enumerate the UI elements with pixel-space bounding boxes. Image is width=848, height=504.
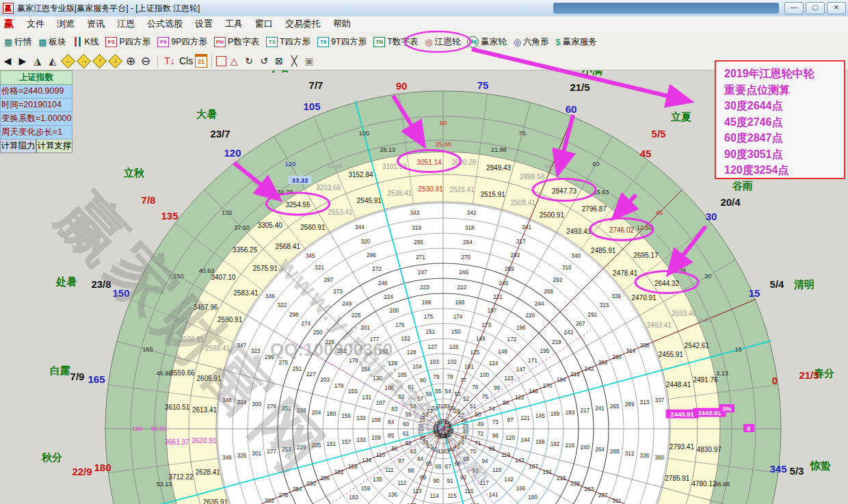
wheel-inner-price-label: 2455.91 bbox=[659, 351, 684, 358]
9p-square-button[interactable]: P99P四方形 bbox=[157, 36, 207, 48]
price-row: 价格=2440.9099 bbox=[0, 85, 72, 98]
sectors-button[interactable]: ▩板块 bbox=[38, 36, 66, 48]
wheel-spiral-number: 121 bbox=[520, 415, 530, 421]
wheel-spiral-number: 146 bbox=[529, 388, 538, 395]
menu-1[interactable]: 浏览 bbox=[51, 18, 81, 29]
wheel-spiral-number: 96 bbox=[492, 433, 499, 439]
wheel-spiral-number: 104 bbox=[412, 364, 422, 370]
kline-button[interactable]: K线 bbox=[73, 36, 99, 48]
wheel-spiral-number: 129 bbox=[388, 360, 398, 367]
cls-button[interactable]: Cls bbox=[179, 55, 193, 66]
wheel-outer-price-label: 3356.25 bbox=[233, 246, 258, 254]
date-label: 21/5 bbox=[570, 81, 589, 93]
wheel-spiral-number: 345 bbox=[306, 253, 315, 259]
wheel-spiral-number: 58 bbox=[410, 403, 417, 410]
wheel-spiral-number: 60 bbox=[403, 421, 410, 427]
quotes-button[interactable]: ▦行情 bbox=[4, 36, 31, 48]
outer-angle-label: 135 bbox=[161, 210, 178, 222]
nav-right-icon[interactable]: ▶ bbox=[17, 55, 28, 66]
wheel-outer-price-label: 3254.55 bbox=[286, 201, 311, 209]
menu-8[interactable]: 交易委托 bbox=[279, 18, 327, 29]
menu-3[interactable]: 江恩 bbox=[111, 18, 141, 29]
calc-resistance-button[interactable]: 计算阻力 bbox=[0, 140, 36, 153]
square-tool-icon[interactable] bbox=[216, 56, 226, 66]
flip-up-icon[interactable]: ◮ bbox=[32, 55, 43, 66]
rotate-ccw-icon[interactable]: ↺ bbox=[259, 55, 269, 66]
rotate-cw-icon[interactable]: ↻ bbox=[243, 55, 254, 66]
p-table-button[interactable]: PNP数字表 bbox=[214, 36, 259, 48]
calc-support-button[interactable]: 计算支撑 bbox=[36, 140, 72, 153]
zoom-in-icon[interactable]: ⊕ bbox=[125, 54, 136, 68]
triangle-tool-icon[interactable]: △ bbox=[228, 55, 239, 66]
maximize-button[interactable]: ▢ bbox=[806, 2, 825, 14]
wheel-spiral-number: 169 bbox=[551, 411, 560, 417]
pan-right-icon[interactable]: → bbox=[77, 53, 91, 68]
pan-up-icon[interactable]: ↑ bbox=[92, 53, 107, 68]
t-table-button[interactable]: TNT数字表 bbox=[373, 36, 418, 48]
wheel-spiral-number: 153 bbox=[379, 349, 388, 355]
menu-6[interactable]: 工具 bbox=[219, 18, 249, 29]
wheel-spiral-number: 342 bbox=[467, 210, 477, 216]
hexagon-button-label: 六角形 bbox=[523, 36, 549, 48]
wheel-spiral-number: 338 bbox=[640, 343, 650, 349]
wheel-spiral-number: 291 bbox=[587, 312, 597, 318]
pan-down-icon[interactable]: ↓ bbox=[108, 53, 122, 68]
close-button[interactable]: ✕ bbox=[827, 2, 846, 14]
9t-square-button[interactable]: T99T四方形 bbox=[317, 36, 367, 48]
flip-down-icon[interactable]: ◭ bbox=[47, 55, 58, 66]
wheel-spiral-number: 50 bbox=[475, 412, 481, 418]
wheel-spiral-number: 318 bbox=[465, 225, 475, 231]
wheel-spiral-number: 132 bbox=[356, 415, 366, 421]
winner-wheel-button[interactable]: Big赢家轮 bbox=[467, 36, 507, 48]
wheel-inner-price-label: 2515.91 bbox=[481, 191, 506, 198]
wheel-outer-price-label: 2796.87 bbox=[582, 205, 607, 213]
wheel-spiral-number: 265 bbox=[610, 403, 620, 410]
zoom-out-icon[interactable]: ⊖ bbox=[140, 54, 151, 68]
wheel-spiral-number: 133 bbox=[356, 437, 366, 443]
menu-5[interactable]: 设置 bbox=[189, 18, 219, 29]
wheel-spiral-number: 191 bbox=[543, 469, 553, 475]
p-square-button-label: P四方形 bbox=[119, 36, 150, 48]
window-controls: — ▢ ✕ bbox=[553, 0, 848, 16]
t-down-icon[interactable]: T↓ bbox=[164, 55, 175, 66]
wheel-outer-price-label: 2949.43 bbox=[486, 164, 512, 172]
wheel-inner-price-label: 2560.91 bbox=[300, 224, 326, 231]
wheel-spiral-number: 219 bbox=[552, 339, 561, 345]
wheel-spiral-number: 197 bbox=[488, 308, 497, 314]
winner-service-button[interactable]: $赢家服务 bbox=[555, 36, 596, 48]
wheel-spiral-number: 269 bbox=[505, 266, 514, 272]
wheel-spiral-number: 344 bbox=[355, 224, 365, 230]
gann-wheel-button[interactable]: ◎江恩轮 bbox=[425, 36, 460, 48]
date-label: 21/3 bbox=[799, 369, 819, 381]
wheel-inner-price-label: 2575.91 bbox=[253, 265, 278, 272]
wheel-spiral-number: 66 bbox=[435, 464, 442, 470]
menu-9[interactable]: 帮助 bbox=[327, 18, 357, 29]
wheel-spiral-number: 239 bbox=[570, 481, 580, 487]
solar-term-label: 白露 bbox=[50, 364, 70, 376]
wheel-spiral-number: 299 bbox=[265, 354, 274, 360]
menu-2[interactable]: 资讯 bbox=[81, 18, 111, 29]
menu-0[interactable]: 文件 bbox=[21, 18, 51, 29]
pn-box-icon: PN bbox=[214, 37, 226, 47]
wheel-spiral-number: 201 bbox=[360, 325, 370, 331]
scale-icon[interactable]: ╳ bbox=[289, 55, 300, 66]
wheel-spiral-number: 143 bbox=[515, 457, 525, 464]
menu-4[interactable]: 公式选股 bbox=[141, 18, 189, 29]
nav-left-icon[interactable]: ◀ bbox=[2, 55, 13, 66]
wheel-spiral-number: 200 bbox=[390, 308, 399, 314]
hexagon-button[interactable]: ◎六角形 bbox=[514, 36, 549, 48]
wheel-spiral-number: 94 bbox=[482, 458, 489, 464]
date-label: 7/7 bbox=[309, 79, 323, 91]
select-box-icon[interactable]: ⊠ bbox=[274, 55, 284, 66]
wheel-spiral-number: 313 bbox=[640, 399, 650, 406]
screen-icon[interactable]: ▣ bbox=[304, 55, 315, 66]
wheel-price-start-highlight: 2440.91 bbox=[698, 409, 721, 416]
pan-left-icon[interactable]: ← bbox=[61, 53, 75, 68]
minimize-button[interactable]: — bbox=[784, 2, 804, 14]
menu-7[interactable]: 窗口 bbox=[249, 18, 279, 29]
t-square-button[interactable]: T3T四方形 bbox=[266, 36, 310, 48]
calendar-icon[interactable]: 21 bbox=[195, 54, 207, 68]
wheel-spiral-number: 98 bbox=[503, 400, 509, 406]
p-square-button[interactable]: PSP四方形 bbox=[105, 36, 150, 48]
wheel-spiral-number: 100 bbox=[479, 372, 489, 378]
